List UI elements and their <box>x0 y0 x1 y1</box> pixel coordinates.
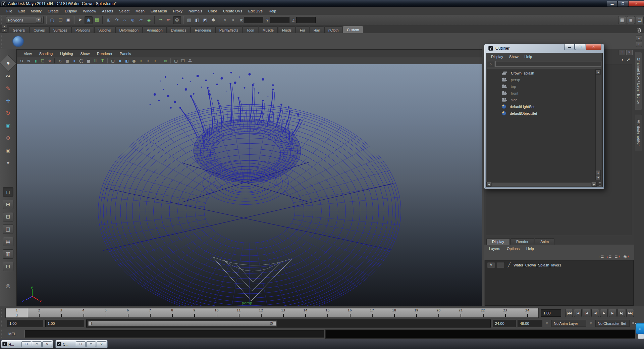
timeline-frame-11[interactable]: 11 <box>228 308 250 317</box>
timeline-frame-20[interactable]: 20 <box>427 308 449 317</box>
outliner-item-persp[interactable]: persp <box>487 77 601 83</box>
shelf-tab-toon[interactable]: Toon <box>243 27 258 33</box>
menu-edit[interactable]: Edit <box>15 8 28 14</box>
panel-menu-panels[interactable]: Panels <box>116 51 135 57</box>
outliner-item-front[interactable]: front <box>487 90 601 97</box>
outliner-item-top[interactable]: top <box>487 83 601 90</box>
snap-to-curves-icon[interactable]: ↷ <box>113 16 120 24</box>
render-settings-icon[interactable]: ✱ <box>210 16 217 24</box>
camera-icon[interactable]: ⊙ <box>18 58 25 64</box>
outliner-menu-help[interactable]: Help <box>522 54 535 59</box>
panel-menu-renderer[interactable]: Renderer <box>93 51 116 57</box>
outliner-item-defaultlightset[interactable]: defaultLightSet <box>487 103 601 110</box>
menu-edit-uvs[interactable]: Edit UVs <box>245 8 266 14</box>
layer-visibility-checkbox[interactable]: V <box>487 262 495 268</box>
timeline-frame-24[interactable]: 24 <box>516 308 538 317</box>
default-material-icon[interactable]: ▢ <box>110 58 116 64</box>
shelf-tab-animation[interactable]: Animation <box>143 27 167 33</box>
step-forward-key-button[interactable]: ▶| <box>609 309 616 317</box>
timeline-frame-4[interactable]: 4 <box>72 308 95 317</box>
paint-selection-tool-icon[interactable]: ✎ <box>2 83 14 94</box>
timeline-frame-6[interactable]: 6 <box>117 308 139 317</box>
shelf-tab-ncloth[interactable]: nCloth <box>324 27 342 33</box>
two-d-pan-zoom-icon[interactable]: ✥ <box>47 58 53 64</box>
custom-shelf-sphere-button[interactable] <box>12 36 24 47</box>
new-scene-icon[interactable]: ▢ <box>49 16 56 24</box>
shelf-tab-hair[interactable]: Hair <box>310 27 324 33</box>
bookmark-icon[interactable]: ▮ <box>33 58 39 64</box>
shelf-tab-fur[interactable]: Fur <box>296 27 309 33</box>
timeline-frame-16[interactable]: 16 <box>339 308 361 317</box>
menu-normals[interactable]: Normals <box>185 8 205 14</box>
cube-outline-icon[interactable]: ▢ <box>173 58 179 64</box>
restore-button[interactable]: ❐ <box>618 1 628 7</box>
layer-tab-render[interactable]: Render <box>511 238 534 245</box>
create-layer-from-selected-icon[interactable]: ◉✶ <box>623 254 630 259</box>
x-coordinate-field[interactable] <box>244 17 263 23</box>
go-to-start-button[interactable]: |◀◀ <box>565 309 573 317</box>
single-pane-layout-icon[interactable]: □ <box>3 187 13 197</box>
select-tool-icon[interactable]: ➤ <box>0 55 17 72</box>
universal-manipulator-tool-icon[interactable]: ✥ <box>2 133 14 144</box>
layer-row[interactable]: V ╱ Water_Crown_Splash_layer1 <box>485 260 633 270</box>
panel-menu-lighting[interactable]: Lighting <box>56 51 77 57</box>
menu-file[interactable]: File <box>3 8 15 14</box>
close-button[interactable]: ✕ <box>628 1 644 7</box>
y-coordinate-field[interactable] <box>270 17 289 23</box>
timeline-frame-18[interactable]: 18 <box>383 308 405 317</box>
timeline-frame-12[interactable]: 12 <box>250 308 272 317</box>
panel-menu-shading[interactable]: Shading <box>36 51 56 57</box>
chevron-down-icon[interactable]: ▽ <box>544 320 549 326</box>
textured-cube-icon[interactable]: ◧ <box>124 58 130 64</box>
snap-to-projected-center-icon[interactable]: ⊕ <box>129 16 137 24</box>
tab-attribute-editor[interactable]: Attribute Editor <box>635 114 642 151</box>
snap-to-grids-icon[interactable]: ⊞ <box>105 16 112 24</box>
remote-access-tab-icon[interactable] <box>638 334 644 339</box>
lasso-select-tool-icon[interactable]: ∾ <box>2 70 14 82</box>
animation-start-field[interactable]: 1.00 <box>45 320 84 327</box>
create-empty-layer-icon[interactable]: ≣✶ <box>614 254 621 259</box>
viewport-canvas[interactable]: yxz persp <box>17 64 482 306</box>
select-by-hierarchy-icon[interactable]: ➤ <box>76 16 84 23</box>
shelf-tab-menu-icon[interactable]: ▾ <box>2 25 7 29</box>
layer-tab-display[interactable]: Display <box>486 238 510 245</box>
render-current-frame-icon[interactable]: ◧ <box>194 16 201 24</box>
menu-display[interactable]: Display <box>62 8 80 14</box>
menu-modify[interactable]: Modify <box>28 8 45 14</box>
range-slider-groove[interactable]: 1 24 <box>86 319 491 328</box>
shelf-tab-custom[interactable]: Custom <box>343 26 363 33</box>
restore-icon[interactable]: ❐ <box>21 341 31 347</box>
shaded-display-icon[interactable]: ● <box>71 58 77 64</box>
shelf-tab-curves[interactable]: Curves <box>30 27 49 33</box>
shelf-menu-icon[interactable]: ✦ <box>2 29 7 33</box>
select-by-object-icon[interactable]: ◉ <box>85 16 93 24</box>
selection-mask-dropdown-icon[interactable]: ▿ <box>221 16 229 24</box>
timeline-frame-22[interactable]: 22 <box>472 308 494 317</box>
four-pane-right-split-layout-icon[interactable]: ⊡ <box>3 262 13 271</box>
shelf-grip[interactable] <box>1 35 4 48</box>
scroll-up-icon[interactable]: ▲ <box>596 170 601 175</box>
open-scene-icon[interactable]: ❐ <box>57 16 64 24</box>
maximize-icon[interactable]: □ <box>86 341 96 347</box>
close-icon[interactable]: ✕ <box>42 341 52 347</box>
scrollbar-thumb[interactable] <box>492 182 591 186</box>
command-line-grip[interactable] <box>1 330 4 338</box>
three-pane-split-left-layout-icon[interactable]: ▥ <box>3 249 13 259</box>
move-layer-up-icon[interactable]: ↑≣ <box>599 254 604 259</box>
outliner-item-crown-splash[interactable]: Crown_splash <box>487 70 601 77</box>
shelf-tab-fluids[interactable]: Fluids <box>278 27 296 33</box>
gold-light-icon[interactable]: ● <box>152 58 158 64</box>
play-forwards-button[interactable]: ▶ <box>600 309 608 317</box>
soft-modification-tool-icon[interactable]: ◉ <box>2 145 14 156</box>
select-by-component-icon[interactable]: ▦ <box>93 16 101 23</box>
input-connections-icon[interactable]: ⇥ <box>157 16 164 23</box>
outliner-vertical-scrollbar[interactable]: ▲ ▲ ▼ <box>595 69 601 180</box>
channel-layer-icon[interactable]: ❏ <box>636 16 644 24</box>
two-pane-side-layout-icon[interactable]: ◫ <box>3 225 13 234</box>
restore-icon[interactable]: ❐ <box>76 341 86 347</box>
outliner-close-button[interactable]: ✕ <box>586 44 601 50</box>
command-line-label[interactable]: MEL <box>5 332 20 336</box>
layer-tab-anim[interactable]: Anim <box>535 238 554 245</box>
absolute-transform-icon[interactable]: ⌖ <box>229 16 237 24</box>
tab-channel-box-layer-editor[interactable]: Channel Box / Layer Editor <box>635 52 642 110</box>
